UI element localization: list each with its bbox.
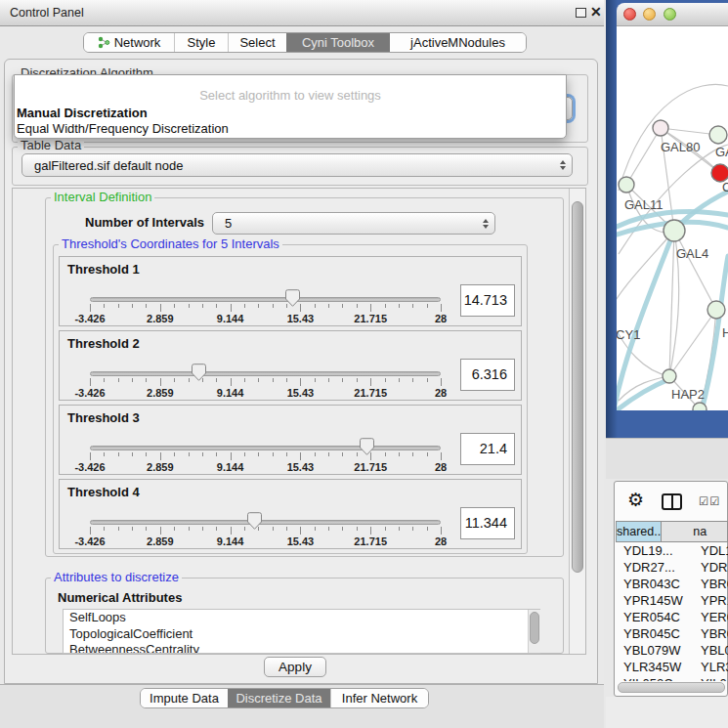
network-node[interactable]: [707, 301, 725, 319]
cell-name[interactable]: YBL0: [691, 643, 728, 660]
network-edge[interactable]: [626, 128, 661, 185]
cell-shared-name[interactable]: YIL052C: [616, 676, 691, 681]
cell-shared-name[interactable]: YBR045C: [616, 626, 691, 643]
cell-name[interactable]: YPR1: [691, 593, 728, 610]
close-icon[interactable]: ✕: [590, 4, 602, 20]
cell-shared-name[interactable]: YER054C: [616, 610, 691, 626]
cell-name[interactable]: YDR2: [691, 560, 728, 577]
tick-mark: [328, 378, 329, 382]
number-of-intervals-combo[interactable]: 5: [212, 212, 495, 235]
threshold-2-value-field[interactable]: 6.316: [460, 359, 515, 391]
tick-mark: [300, 452, 301, 460]
tick-mark: [385, 378, 386, 382]
tab-label: Style: [188, 35, 216, 50]
slider-track[interactable]: [90, 520, 441, 525]
cell-name[interactable]: YDL1: [691, 543, 728, 560]
cell-name[interactable]: YER0: [691, 610, 728, 626]
tab-style[interactable]: Style: [174, 33, 228, 52]
tick-label: -3.426: [74, 313, 105, 324]
threshold-4-value-field[interactable]: 11.344: [460, 507, 515, 539]
network-node[interactable]: [693, 403, 707, 410]
table-row[interactable]: YIL052C YIL0: [616, 676, 728, 681]
checkbox-icons[interactable]: ☑☑: [699, 494, 721, 508]
tab-network[interactable]: Network: [84, 33, 174, 52]
tab-label: Discretize Data: [236, 691, 321, 706]
threshold-1-value-field[interactable]: 14.713: [460, 284, 515, 317]
cell-shared-name[interactable]: YBR043C: [616, 577, 691, 593]
table-row[interactable]: YBR045C YBR0: [616, 626, 728, 643]
tab-discretize-data[interactable]: Discretize Data: [228, 689, 330, 707]
slider-track[interactable]: [90, 446, 441, 450]
popup-option-manual-discretization[interactable]: Manual Discretization: [17, 106, 148, 120]
tab-impute-data[interactable]: Impute Data: [141, 689, 228, 707]
slider-track[interactable]: [90, 297, 441, 302]
table-row[interactable]: YLR345W YLR3: [616, 660, 728, 676]
tick-mark: [160, 378, 161, 386]
cell-shared-name[interactable]: YDL19...: [616, 543, 691, 560]
tick-label: -3.426: [74, 461, 105, 473]
split-view-icon[interactable]: [662, 493, 682, 510]
tick-mark: [286, 527, 287, 531]
tab-select[interactable]: Select: [228, 33, 286, 52]
table-data-combo[interactable]: galFiltered.sif default node: [21, 153, 573, 177]
tick-mark: [160, 527, 161, 535]
cell-shared-name[interactable]: YLR345W: [616, 660, 691, 676]
list-item[interactable]: SelfLoops: [64, 610, 539, 626]
list-item[interactable]: BetweennessCentrality: [64, 642, 539, 654]
list-item[interactable]: TopologicalCoefficient: [64, 626, 539, 643]
minimize-traffic-light-icon[interactable]: [643, 8, 656, 21]
cell-name[interactable]: YBR0: [691, 626, 728, 643]
horizontal-scrollbar-thumb[interactable]: [618, 682, 725, 693]
table-row[interactable]: YPR145W YPR1: [616, 593, 728, 610]
gear-icon[interactable]: ⚙: [627, 489, 644, 511]
network-view-canvas[interactable]: GAL80GACGAL11GAL4GCY1HHAP2: [617, 26, 728, 410]
network-node[interactable]: [619, 177, 634, 193]
tick-label: 21.715: [354, 535, 387, 547]
cell-shared-name[interactable]: YBL079W: [616, 643, 691, 660]
tick-mark: [286, 378, 287, 382]
tab-jactivemnodules[interactable]: jActiveMNodules: [390, 33, 526, 52]
popup-option-equal-width-frequency[interactable]: Equal Width/Frequency Discretization: [17, 121, 229, 136]
table-row[interactable]: YDL19... YDL1: [616, 543, 728, 560]
table-row[interactable]: YBL079W YBL0: [616, 643, 728, 660]
network-node[interactable]: [663, 369, 676, 383]
tick-mark: [244, 527, 245, 531]
table-row[interactable]: YBR043C YBR0: [616, 577, 728, 593]
cell-name[interactable]: YLR3: [691, 660, 728, 676]
cell-name[interactable]: YIL0: [691, 676, 728, 681]
tick-mark: [441, 378, 442, 386]
table-row[interactable]: YER054C YER0: [616, 610, 728, 626]
number-of-intervals-label: Number of Intervals: [85, 215, 204, 230]
tick-mark: [412, 378, 413, 382]
list-scrollbar-thumb[interactable]: [530, 612, 539, 644]
tab-cyni-toolbox[interactable]: Cyni Toolbox: [286, 33, 390, 52]
float-window-icon[interactable]: [576, 8, 586, 18]
network-node[interactable]: [653, 120, 668, 136]
column-header-name[interactable]: na: [662, 521, 728, 542]
threshold-3-value-field[interactable]: 21.4: [460, 433, 515, 465]
table-row[interactable]: YDR27... YDR2: [616, 560, 728, 577]
apply-button[interactable]: Apply: [264, 657, 326, 677]
network-edge-thick[interactable]: [617, 231, 674, 410]
network-node[interactable]: [664, 220, 685, 241]
tab-label: Infer Network: [342, 691, 417, 706]
vertical-scrollbar-thumb[interactable]: [572, 201, 583, 573]
tick-mark: [104, 378, 105, 382]
tick-mark: [118, 378, 119, 382]
tick-label: 15.43: [287, 535, 315, 547]
slider-ticks: [90, 452, 441, 461]
zoom-traffic-light-icon[interactable]: [664, 8, 676, 21]
network-node[interactable]: [709, 126, 727, 144]
table-data-group-title: Table Data: [18, 139, 84, 152]
slider-track[interactable]: [90, 371, 441, 376]
column-header-shared-name[interactable]: shared...: [616, 521, 662, 542]
cell-shared-name[interactable]: YPR145W: [616, 593, 691, 610]
threshold-1-box: Threshold 1 -3.4262.8599.14415.4321.7152…: [59, 256, 522, 326]
tick-label: 28: [435, 461, 447, 473]
close-traffic-light-icon[interactable]: [623, 8, 636, 21]
cell-name[interactable]: YBR0: [691, 577, 728, 593]
cell-shared-name[interactable]: YDR27...: [616, 560, 691, 577]
network-node-label: GA: [715, 145, 728, 159]
tab-infer-network[interactable]: Infer Network: [330, 689, 428, 707]
network-edge[interactable]: [674, 231, 716, 310]
